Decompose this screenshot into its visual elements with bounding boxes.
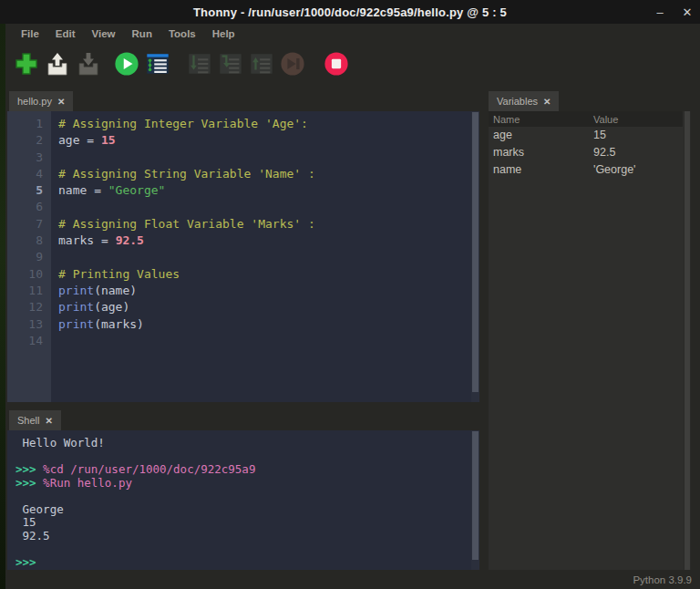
- editor-line-5[interactable]: 5name = "George": [7, 182, 479, 199]
- menu-edit[interactable]: Edit: [47, 26, 84, 41]
- minimize-button[interactable]: –: [653, 5, 667, 19]
- tab-close-icon[interactable]: ✕: [543, 97, 551, 107]
- play-icon: [114, 51, 139, 80]
- code-text: [51, 333, 66, 349]
- new-file-button[interactable]: [12, 51, 41, 80]
- tab-label: hello.py: [17, 96, 52, 107]
- tab-variables[interactable]: Variables ✕: [489, 91, 559, 111]
- editor-line-2[interactable]: 2age = 15: [7, 132, 479, 149]
- editor-line-6[interactable]: 6: [7, 199, 479, 215]
- editor-line-14[interactable]: 14: [7, 333, 479, 349]
- code-segment-magic: %Run hello.py: [43, 476, 132, 490]
- variables-scrollbar-thumb[interactable]: [685, 111, 690, 570]
- code-segment-comment: # Assigning Float Variable 'Marks' :: [58, 217, 315, 231]
- run-script-button[interactable]: [112, 51, 141, 80]
- editor-line-8[interactable]: 8marks = 92.5: [7, 232, 479, 249]
- shell-line-9[interactable]: [15, 542, 479, 556]
- editor-panel[interactable]: 1# Assigning Integer Variable 'Age':2age…: [7, 111, 479, 402]
- editor-line-3[interactable]: 3: [7, 150, 479, 166]
- editor-line-11[interactable]: 11print(name): [7, 283, 479, 299]
- variables-scrollbar[interactable]: [684, 111, 691, 570]
- editor-line-1[interactable]: 1# Assigning Integer Variable 'Age':: [7, 116, 479, 132]
- code-segment-prompt: >>>: [15, 462, 43, 476]
- menu-run[interactable]: Run: [124, 26, 160, 41]
- code-segment-code: (age): [94, 300, 129, 314]
- editor-line-7[interactable]: 7# Assigning Float Variable 'Marks' :: [7, 216, 479, 232]
- code-text: [51, 150, 66, 166]
- tab-label: Shell: [17, 415, 39, 426]
- editor-scrollbar-thumb[interactable]: [472, 112, 479, 392]
- shell-line-2[interactable]: [15, 450, 479, 464]
- step-into-icon: [218, 51, 243, 80]
- debug-icon: [145, 51, 170, 80]
- shell-scrollbar-thumb[interactable]: [472, 431, 479, 560]
- tab-shell[interactable]: Shell ✕: [9, 410, 61, 430]
- debug-script-button[interactable]: [143, 51, 172, 80]
- menu-help[interactable]: Help: [204, 26, 243, 41]
- menu-view[interactable]: View: [84, 26, 124, 41]
- variables-panel: Name Value age15marks92.5name'George': [489, 111, 691, 570]
- shell-line-6[interactable]: George: [15, 503, 479, 517]
- line-number: 12: [7, 299, 51, 315]
- code-segment-code: (name): [94, 284, 137, 297]
- shell-line-7[interactable]: 15: [15, 516, 479, 530]
- open-file-icon: [45, 51, 70, 80]
- code-segment-number: 92.5: [116, 233, 144, 247]
- variable-row-marks[interactable]: marks92.5: [489, 144, 683, 161]
- variable-row-name[interactable]: name'George': [489, 160, 683, 178]
- save-file-button[interactable]: [74, 51, 103, 80]
- close-button[interactable]: ✕: [680, 5, 695, 19]
- window-title: Thonny - /run/user/1000/doc/922c95a9/hel…: [193, 5, 507, 19]
- variable-row-age[interactable]: age15: [489, 127, 683, 144]
- line-number: 2: [7, 132, 51, 149]
- menubar: FileEditViewRunToolsHelp: [5, 24, 700, 43]
- line-number: 14: [7, 333, 51, 349]
- menu-file[interactable]: File: [13, 26, 47, 41]
- shell-panel[interactable]: Hello World! >>> %cd /run/user/1000/doc/…: [7, 430, 479, 570]
- shell-line-1[interactable]: Hello World!: [15, 437, 479, 450]
- shell-line-10[interactable]: >>>: [15, 556, 479, 570]
- step-out-button[interactable]: [247, 51, 276, 80]
- editor-code: 1# Assigning Integer Variable 'Age':2age…: [7, 116, 479, 349]
- editor-line-13[interactable]: 13print(marks): [7, 316, 479, 333]
- code-segment-code: marks =: [58, 233, 116, 247]
- resume-button[interactable]: [278, 51, 307, 80]
- code-text: print(marks): [51, 316, 144, 333]
- code-text: # Assigning Integer Variable 'Age':: [51, 116, 308, 132]
- code-segment-code: (marks): [94, 317, 144, 331]
- code-segment-output: Hello World!: [15, 436, 105, 450]
- editor-line-9[interactable]: 9: [7, 249, 479, 265]
- variable-value: 92.5: [593, 146, 615, 159]
- code-text: # Assigning String Variable 'Name' :: [51, 166, 315, 182]
- code-segment-builtin: print: [58, 300, 94, 314]
- shell-line-8[interactable]: 92.5: [15, 530, 479, 543]
- shell-line-5[interactable]: [15, 490, 479, 503]
- column-header-value[interactable]: Value: [593, 114, 618, 125]
- menu-tools[interactable]: Tools: [160, 26, 204, 41]
- tab-close-icon[interactable]: ✕: [57, 97, 65, 107]
- step-into-button[interactable]: [216, 51, 245, 80]
- editor-scrollbar[interactable]: [471, 111, 479, 402]
- line-number: 7: [7, 216, 51, 232]
- titlebar[interactable]: Thonny - /run/user/1000/doc/922c95a9/hel…: [0, 0, 700, 24]
- editor-line-12[interactable]: 12print(age): [7, 299, 479, 315]
- line-number: 11: [7, 283, 51, 299]
- stop-button[interactable]: [322, 51, 351, 80]
- shell-line-4[interactable]: >>> %Run hello.py: [15, 477, 479, 491]
- code-segment-builtin: print: [58, 284, 94, 297]
- step-over-button[interactable]: [185, 51, 214, 80]
- shell-scrollbar[interactable]: [471, 430, 479, 570]
- code-segment-builtin: print: [58, 317, 94, 331]
- editor-line-10[interactable]: 10# Printing Values: [7, 266, 479, 283]
- stop-icon: [324, 51, 349, 80]
- column-header-name[interactable]: Name: [489, 114, 593, 125]
- tab-close-icon[interactable]: ✕: [45, 416, 52, 426]
- tab-hello-py[interactable]: hello.py ✕: [9, 91, 73, 111]
- shell-line-3[interactable]: >>> %cd /run/user/1000/doc/922c95a9: [15, 463, 479, 477]
- editor-line-4[interactable]: 4# Assigning String Variable 'Name' :: [7, 166, 479, 182]
- line-number: 1: [7, 116, 51, 132]
- load-file-button[interactable]: [43, 51, 72, 80]
- shell-output: Hello World! >>> %cd /run/user/1000/doc/…: [7, 437, 479, 569]
- code-segment-output: 92.5: [15, 529, 50, 542]
- line-number: 5: [7, 182, 51, 199]
